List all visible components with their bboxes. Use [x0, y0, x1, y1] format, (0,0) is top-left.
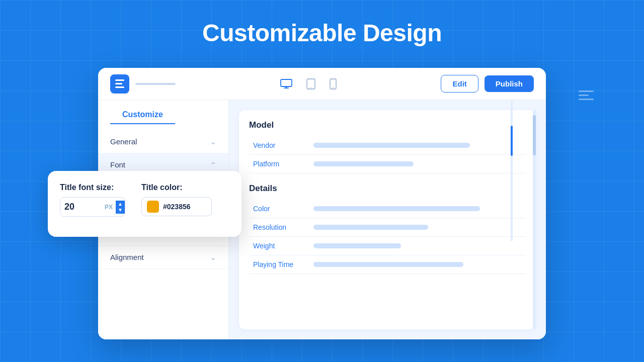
chevron-down-icon-5: ⌄: [210, 253, 216, 261]
color-bar-cell: [309, 200, 526, 218]
table-row: Resolution: [249, 218, 526, 237]
resolution-bar-cell: [309, 218, 526, 237]
model-section-title: Model: [249, 120, 526, 130]
device-switcher: [176, 78, 441, 89]
font-size-value-field[interactable]: [60, 198, 102, 216]
playing-time-bar-cell: [309, 255, 526, 274]
sidebar-label-font: Font: [110, 160, 125, 169]
resolution-bar: [313, 225, 428, 230]
decrement-icon[interactable]: ▼: [118, 208, 123, 213]
decorative-lines: [579, 90, 594, 103]
details-table: Color Resolution Weight: [249, 200, 526, 274]
details-section-title: Details: [249, 184, 526, 194]
weight-bar: [313, 243, 401, 248]
table-row: Color: [249, 200, 526, 218]
toolbar: Edit Publish: [98, 68, 546, 100]
platform-bar: [313, 161, 414, 166]
right-panel: Model Vendor Platform: [229, 100, 546, 339]
edit-button[interactable]: Edit: [441, 75, 478, 93]
content-card: Model Vendor Platform: [239, 110, 536, 329]
sidebar-item-alignment[interactable]: Alignment ⌄: [98, 246, 228, 269]
table-row: Playing Time: [249, 255, 526, 274]
svg-point-6: [333, 87, 334, 88]
color-input[interactable]: #023856: [141, 197, 212, 216]
table-row: Weight: [249, 237, 526, 255]
sidebar-scroll: [511, 101, 513, 241]
toolbar-bar: [135, 83, 176, 85]
font-size-input[interactable]: PX ▲ ▼: [60, 197, 125, 217]
chevron-down-icon: ⌄: [210, 138, 216, 146]
increment-icon[interactable]: ▲: [118, 202, 123, 207]
vendor-bar: [313, 143, 470, 148]
color-bar: [313, 206, 480, 211]
svg-rect-0: [281, 79, 292, 86]
table-row: Platform: [249, 155, 526, 173]
scroll-bar[interactable]: [533, 110, 536, 329]
tablet-icon[interactable]: [306, 78, 315, 89]
scroll-thumb: [533, 115, 536, 155]
font-size-section: Title font size: PX ▲ ▼: [60, 183, 125, 217]
color-label-text: Title color:: [141, 183, 212, 192]
popup-row: Title font size: PX ▲ ▼ Title color: #02…: [60, 183, 229, 217]
playing-time-label: Playing Time: [249, 255, 309, 274]
toolbar-actions: Edit Publish: [441, 75, 534, 93]
font-size-label: Title font size:: [60, 183, 125, 192]
sidebar-label-alignment: Alignment: [110, 253, 144, 261]
vendor-label: Vendor: [249, 136, 309, 155]
mobile-icon[interactable]: [330, 78, 337, 89]
model-table: Vendor Platform: [249, 136, 526, 173]
vendor-bar-cell: [309, 136, 526, 155]
platform-bar-cell: [309, 155, 526, 173]
publish-button[interactable]: Publish: [485, 75, 534, 92]
color-hex-value: #023856: [163, 203, 191, 211]
sidebar-label-general: General: [110, 137, 137, 146]
sidebar-item-general[interactable]: General ⌄: [98, 130, 228, 153]
logo-icon: [115, 79, 124, 88]
playing-time-bar: [313, 262, 463, 267]
color-label: Color: [249, 200, 309, 218]
resolution-label: Resolution: [249, 218, 309, 237]
font-size-unit: PX: [102, 204, 116, 211]
sidebar-tab-customize[interactable]: Customize: [110, 110, 175, 124]
weight-label: Weight: [249, 237, 309, 255]
sidebar-scroll-thumb: [511, 126, 513, 156]
logo: [110, 74, 129, 94]
color-section: Title color: #023856: [141, 183, 212, 217]
platform-label: Platform: [249, 155, 309, 173]
svg-point-4: [310, 87, 311, 88]
desktop-icon[interactable]: [280, 79, 292, 89]
page-title: Customizable Design: [0, 0, 644, 61]
chevron-up-icon: ⌃: [210, 161, 216, 169]
color-swatch: [147, 201, 159, 213]
table-row: Vendor: [249, 136, 526, 155]
weight-bar-cell: [309, 237, 526, 255]
font-settings-popup: Title font size: PX ▲ ▼ Title color: #02…: [48, 171, 242, 237]
font-size-arrows[interactable]: ▲ ▼: [116, 201, 125, 214]
